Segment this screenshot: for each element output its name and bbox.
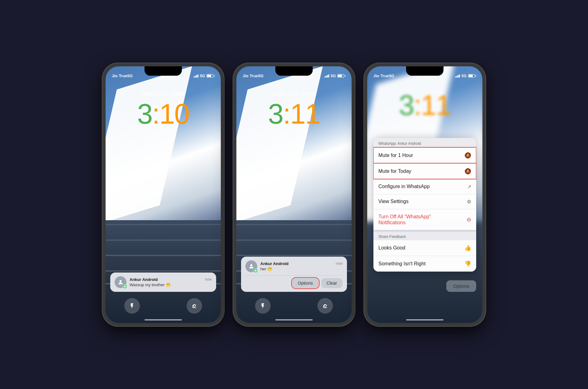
notif-header-1: Ankur Android now: [130, 277, 212, 282]
notif-row-2: Ankur Android now her 😁: [245, 260, 343, 272]
something-wrong-label: Something Isn't Right: [378, 261, 426, 267]
battery-1: [206, 74, 215, 78]
menu-item-settings[interactable]: View Settings ⚙: [373, 194, 476, 209]
network-1: 5G: [200, 74, 205, 78]
phone-1-screen: Jio True5G 5G Swipe up to unlock: [106, 66, 221, 323]
notif-content-1: Ankur Android now Wassup my brother 😁: [130, 277, 212, 287]
phone-1: Jio True5G 5G Swipe up to unlock: [102, 63, 224, 326]
time-blurred-3: 3:11: [367, 91, 482, 119]
notif-message-2: her 😁: [260, 267, 343, 271]
looks-good-label: Looks Good: [378, 245, 405, 251]
notif-time-1: now: [205, 277, 212, 282]
time-display-1: 3:10: [106, 100, 221, 128]
network-3: 5G: [462, 74, 467, 78]
options-container-3: Options: [446, 280, 476, 292]
camera-1[interactable]: [187, 298, 202, 314]
wa-badge-1: [123, 284, 127, 289]
menu-item-looks-good[interactable]: Looks Good 👍: [373, 240, 476, 256]
status-icons-2: 5G: [325, 74, 345, 78]
bar4: [197, 74, 198, 78]
status-bar-1: Jio True5G 5G: [106, 66, 221, 82]
time-hour-2: 3: [268, 98, 283, 130]
svg-point-0: [120, 280, 122, 282]
status-bar-3: Jio True5G 5G: [367, 66, 482, 82]
something-wrong-icon: 👎: [464, 260, 471, 267]
blurred-time-3: 3:11: [367, 91, 482, 119]
time-colon-2: :: [283, 98, 290, 130]
notch-1: [145, 66, 182, 76]
signal-2: [325, 74, 329, 78]
looks-good-icon: 👍: [464, 244, 471, 251]
lock-content-1: Swipe up to unlock 3:10: [106, 91, 221, 128]
time-colon-1: :: [152, 98, 159, 130]
lock-content-2: Swipe up to unlock 3:11: [236, 91, 352, 128]
flashlight-2[interactable]: [255, 298, 271, 314]
home-indicator-3: [406, 319, 443, 320]
bottom-icons-2: [236, 298, 352, 314]
settings-label: View Settings: [378, 199, 409, 204]
mute-today-label: Mute for Today: [378, 168, 411, 174]
notif-time-2: now: [336, 261, 343, 266]
notif-message-1: Wassup my brother 😁: [130, 282, 212, 287]
notch-2: [275, 66, 313, 76]
notif-avatar-2: [245, 260, 257, 272]
bottom-icons-1: [106, 298, 221, 314]
phone-2-screen: Jio True5G 5G Swipe up to unlock: [236, 66, 352, 323]
signal-3: [455, 74, 460, 78]
settings-icon: ⚙: [467, 199, 471, 205]
menu-header: WhatsApp: Ankur Android: [373, 138, 476, 147]
context-menu-3: WhatsApp: Ankur Android Mute for 1 Hour …: [373, 138, 476, 272]
home-indicator-1: [145, 319, 182, 320]
mute-today-icon: 🔕: [464, 168, 471, 175]
configure-label: Configure in WhatsApp: [378, 184, 430, 189]
notification-1[interactable]: Ankur Android now Wassup my brother 😁: [110, 273, 216, 292]
turnoff-label: Turn Off All "WhatsApp" Notifications: [378, 214, 447, 225]
notif-header-2: Ankur Android now: [260, 261, 343, 266]
home-indicator-2: [275, 319, 313, 320]
time-display-2: 3:11: [236, 100, 352, 128]
battery-3: [468, 74, 476, 78]
battery-2: [337, 74, 345, 78]
svg-point-1: [250, 264, 253, 266]
phone-2: Jio True5G 5G Swipe up to unlock: [233, 63, 355, 326]
options-button-3[interactable]: Options: [446, 280, 476, 292]
status-icons-3: 5G: [455, 74, 476, 78]
notif-content-2: Ankur Android now her 😁: [260, 261, 343, 271]
notif-sender-2: Ankur Android: [260, 261, 289, 266]
notification-2[interactable]: Ankur Android now her 😁 Options Clear: [241, 257, 347, 292]
carrier-3: Jio True5G: [373, 74, 394, 78]
carrier-2: Jio True5G: [243, 74, 263, 78]
menu-item-configure[interactable]: Configure in WhatsApp ↗: [373, 179, 476, 194]
bar2: [195, 76, 196, 78]
menu-item-something-wrong[interactable]: Something Isn't Right 👎: [373, 256, 476, 272]
time-minute-1: 10: [159, 98, 189, 130]
time-c-blurred: :: [414, 90, 421, 121]
camera-2[interactable]: [317, 298, 333, 314]
notif-btn-row-2: Options Clear: [245, 275, 343, 288]
mute-hour-icon: 🔕: [464, 152, 471, 159]
feedback-header: Share Feedback: [373, 232, 476, 240]
turnoff-icon: ⊖: [467, 216, 471, 223]
notif-sender-1: Ankur Android: [130, 277, 158, 282]
flashlight-1[interactable]: [124, 298, 140, 314]
signal-1: [194, 74, 198, 78]
time-m-blurred: 11: [421, 90, 451, 121]
status-bar-2: Jio True5G 5G: [236, 66, 352, 82]
clear-button-2[interactable]: Clear: [321, 278, 343, 288]
swipe-text-2: Swipe up to unlock: [236, 91, 352, 97]
carrier-1: Jio True5G: [112, 74, 133, 78]
menu-item-mute-hour[interactable]: Mute for 1 Hour 🔕: [373, 147, 476, 163]
notif-avatar-1: [115, 276, 126, 288]
menu-item-mute-today[interactable]: Mute for Today 🔕: [373, 163, 476, 179]
options-button-2[interactable]: Options: [292, 278, 318, 288]
notification-2-container: Ankur Android now her 😁 Options Clear: [241, 257, 347, 292]
bar3: [196, 75, 197, 78]
status-icons-1: 5G: [194, 74, 215, 78]
menu-item-turnoff[interactable]: Turn Off All "WhatsApp" Notifications ⊖: [373, 209, 476, 230]
feedback-section-label: Share Feedback: [378, 235, 406, 239]
mute-hour-label: Mute for 1 Hour: [378, 153, 413, 158]
time-h-blurred: 3: [399, 90, 414, 121]
network-2: 5G: [331, 74, 336, 78]
swipe-text-1: Swipe up to unlock: [106, 91, 221, 97]
time-hour-1: 3: [137, 98, 152, 130]
